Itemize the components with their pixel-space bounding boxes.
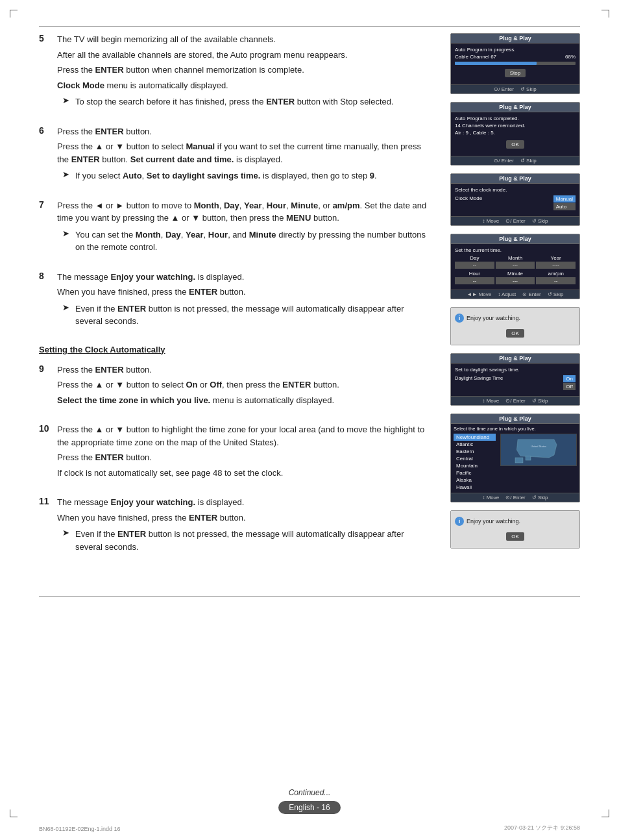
tv-s3-opt2: Auto <box>553 203 576 210</box>
tv-screen-6: Plug & Play Set to daylight savings time… <box>450 353 580 406</box>
svg-text:United States: United States <box>531 445 546 448</box>
tv-s1-cable: Cable Channel 67 <box>455 54 496 60</box>
step-6-block: 6 Press the ENTER button. Press the ▲ or… <box>39 125 431 185</box>
tv-s4-hour-label: Hour <box>455 271 494 277</box>
tv-s4-hour: Hour -- <box>455 271 494 284</box>
tv-s4-ampm-label: am/pm <box>536 271 576 277</box>
step-5-note: ➤ To stop the search before it has finis… <box>62 95 431 111</box>
step-7-note: ➤ You can set the Month, Day, Year, Hour… <box>62 229 431 256</box>
step-6-note-text: If you select Auto, Set to daylight savi… <box>75 169 377 182</box>
tv-s4-day: Day -- <box>455 255 494 269</box>
tv-s2-line2: 14 Channels were memorized. <box>455 123 576 129</box>
tv-s8-btn-row: OK <box>455 530 576 543</box>
tv-s6-opt2: Off <box>563 383 576 390</box>
tv-s1-progress <box>455 62 576 65</box>
tv-s1-footer-enter: ⊙/ Enter <box>494 86 514 92</box>
tv-s8-info-row: i Enjoy your watching. <box>455 514 576 528</box>
corner-mark-tl <box>10 10 18 18</box>
tv-s7-map: United States <box>500 434 577 466</box>
content-area: 5 The TV will begin memorizing all of th… <box>39 33 580 570</box>
tv-s4-month-label: Month <box>496 255 535 261</box>
tv-screen-3-title: Plug & Play <box>451 174 579 184</box>
tv-screen-2: Plug & Play Auto Program is completed. 1… <box>450 102 580 166</box>
top-rule <box>39 26 580 27</box>
tv-s3-options: Manual Auto <box>552 195 576 210</box>
left-column: 5 The TV will begin memorizing all of th… <box>39 33 437 570</box>
step-9-block: 9 Press the ENTER button. Press the ▲ or… <box>39 364 431 410</box>
step-5-number: 5 <box>39 33 51 111</box>
tv-s5-btn-row: OK <box>455 327 576 340</box>
tv-s1-line2: Cable Channel 67 68% <box>455 54 576 60</box>
tv-s8-text: Enjoy your watching. <box>467 518 520 525</box>
step-9-p3: Select the time zone in which you live. … <box>57 394 431 407</box>
step-10-p2: Press the ENTER button. <box>57 451 431 464</box>
tv-screen-4-body: Set the current time. Day -- Month --- Y… <box>451 244 579 290</box>
footer-date-info: 2007-03-21 ソクテキ 9:26:58 <box>504 824 580 832</box>
tv-s2-footer-skip: ↺ Skip <box>520 158 537 164</box>
tv-s7-grid: Newfoundland Atlantic Eastern Central Mo… <box>454 434 577 491</box>
tv-s4-year-val: ---- <box>536 262 576 269</box>
tv-s4-ampm-val: -- <box>536 277 576 284</box>
tv-s4-footer-move: ◄► Move <box>467 291 492 297</box>
tv-s7-footer-move: ↕ Move <box>482 495 499 500</box>
tv-s8-ok-btn: OK <box>506 532 524 541</box>
tv-screen-6-title: Plug & Play <box>451 354 579 364</box>
step-11-content: The message Enjoy your watching. is disp… <box>57 496 431 556</box>
tv-screen-4-footer: ◄► Move ↕ Adjust ⊙ Enter ↺ Skip <box>451 290 579 299</box>
step-8-content: The message Enjoy your watching. is disp… <box>57 271 431 330</box>
tv-s4-grid2: Hour -- Minute --- am/pm -- <box>455 271 576 284</box>
step-5-p3: Press the ENTER button when channel memo… <box>57 64 431 77</box>
step-11-note-text: Even if the ENTER button is not pressed,… <box>75 528 431 553</box>
tz-atlantic: Atlantic <box>454 441 496 448</box>
tv-s4-month-val: --- <box>496 262 535 269</box>
tv-s7-list: Newfoundland Atlantic Eastern Central Mo… <box>454 434 496 491</box>
step-6-content: Press the ENTER button. Press the ▲ or ▼… <box>57 125 431 185</box>
step-9-number: 9 <box>39 364 51 410</box>
tv-s4-grid1: Day -- Month --- Year ---- <box>455 255 576 269</box>
step-5-p4: Clock Mode menu is automatically display… <box>57 79 431 92</box>
step-11-note: ➤ Even if the ENTER button is not presse… <box>62 528 431 556</box>
tv-s6-footer-skip: ↺ Skip <box>532 398 548 404</box>
tv-s4-month: Month --- <box>496 255 535 269</box>
tv-s1-stop-btn: Stop <box>505 69 526 77</box>
tv-screen-3: Plug & Play Select the clock mode. Clock… <box>450 173 580 226</box>
arrow-5: ➤ <box>62 95 71 111</box>
step-8-number: 8 <box>39 271 51 330</box>
step-10-p3: If clock is not automatically set, see p… <box>57 467 431 480</box>
step-11-p2: When you have finished, press the ENTER … <box>57 512 431 525</box>
arrow-11: ➤ <box>62 528 71 556</box>
tv-screen-6-body: Set to daylight savings time. Daylight S… <box>451 364 579 396</box>
step-6-p2: Press the ▲ or ▼ button to select Manual… <box>57 140 431 166</box>
tv-s4-minute-label: Minute <box>496 271 535 277</box>
tv-screen-3-footer: ↕ Move ⊙/ Enter ↺ Skip <box>451 216 579 225</box>
arrow-7: ➤ <box>62 229 71 256</box>
step-7-number: 7 <box>39 199 51 256</box>
corner-mark-tr <box>601 10 609 18</box>
tv-s4-footer-adjust: ↕ Adjust <box>498 291 516 297</box>
page: 5 The TV will begin memorizing all of th… <box>0 0 619 840</box>
tv-s2-btn-row: OK <box>455 138 576 151</box>
tv-s4-minute-val: --- <box>496 277 535 284</box>
right-column: Plug & Play Auto Program in progress. Ca… <box>450 33 580 570</box>
step-11-block: 11 The message Enjoy your watching. is d… <box>39 496 431 556</box>
tv-s7-footer-enter: ⊙/ Enter <box>505 495 526 500</box>
step-7-note-text: You can set the Month, Day, Year, Hour, … <box>75 229 431 254</box>
tv-screen-2-footer: ⊙/ Enter ↺ Skip <box>451 156 579 165</box>
tv-s6-options: On Off <box>562 375 576 390</box>
step-5-content: The TV will begin memorizing all of the … <box>57 33 431 111</box>
tv-screen-1-body: Auto Program in progress. Cable Channel … <box>451 43 579 84</box>
svg-rect-2 <box>526 456 531 460</box>
tv-s6-label: Daylight Savings Time <box>455 375 503 381</box>
tz-mountain: Mountain <box>454 462 496 469</box>
step-10-block: 10 Press the ▲ or ▼ button to highlight … <box>39 423 431 482</box>
tv-s1-line1: Auto Program in progress. <box>455 47 576 53</box>
tv-s3-label: Clock Mode <box>455 195 482 201</box>
step-5-block: 5 The TV will begin memorizing all of th… <box>39 33 431 111</box>
tv-screen-1-footer: ⊙/ Enter ↺ Skip <box>451 84 579 93</box>
arrow-6: ➤ <box>62 169 71 185</box>
tv-s6-opt1: On <box>563 375 576 382</box>
step-6-number: 6 <box>39 125 51 185</box>
step-10-p1: Press the ▲ or ▼ button to highlight the… <box>57 423 431 449</box>
tv-s2-line1: Auto Program is completed. <box>455 116 576 121</box>
step-11-p1: The message Enjoy your watching. is disp… <box>57 496 431 509</box>
